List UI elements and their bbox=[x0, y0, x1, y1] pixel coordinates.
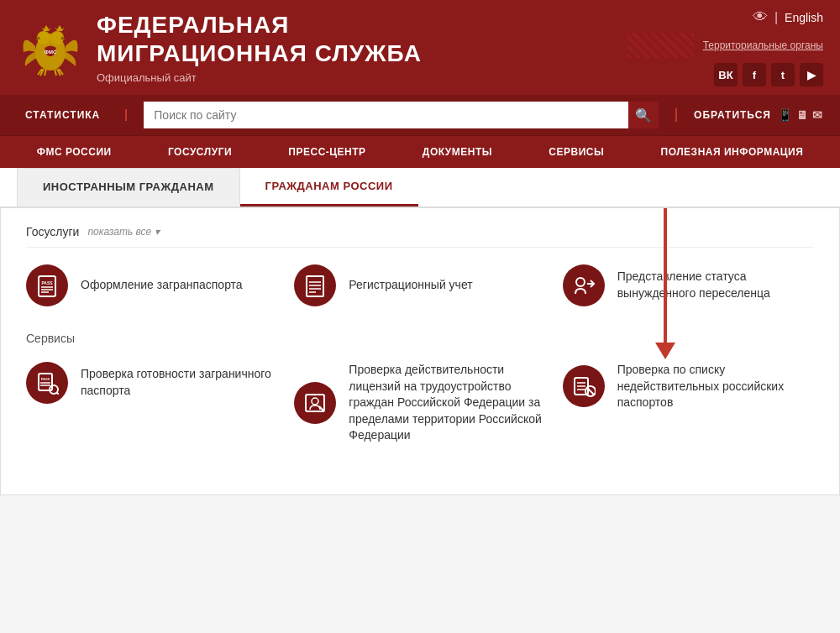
nav-item-services[interactable]: СЕРВИСЫ bbox=[536, 136, 617, 168]
territorial-organs-link[interactable]: Территориальные органы bbox=[703, 39, 823, 51]
service-item-registration[interactable]: Регистрационный учет bbox=[294, 264, 545, 306]
gosuslugi-items: PASS Оформление загранпаспорта Регист bbox=[26, 264, 814, 306]
nav-item-info[interactable]: ПОЛЕЗНАЯ ИНФОРМАЦИЯ bbox=[648, 136, 816, 168]
contact-icons: 📱 🖥 ✉ bbox=[778, 108, 823, 122]
tab-russian-citizens[interactable]: ГРАЖДАНАМ РОССИИ bbox=[240, 168, 418, 207]
header: ФМС ФЕДЕРАЛЬНАЯ МИГРАЦИОННАЯ СЛУЖБА Офиц… bbox=[0, 0, 840, 95]
svg-marker-5 bbox=[41, 25, 51, 31]
nav-item-documents[interactable]: ДОКУМЕНТЫ bbox=[410, 136, 505, 168]
search-wrapper: 🔍 bbox=[127, 102, 675, 128]
svg-text:PASS: PASS bbox=[41, 280, 53, 285]
service-text-registration: Регистрационный учет bbox=[349, 277, 472, 294]
search-button[interactable]: 🔍 bbox=[628, 102, 659, 128]
youtube-icon[interactable]: ▶ bbox=[800, 63, 823, 86]
tabs-section: ИНОСТРАННЫМ ГРАЖДАНАМ ГРАЖДАНАМ РОССИИ bbox=[0, 168, 840, 207]
service-text-passport-check: Проверка готовности заграничного паспорт… bbox=[81, 366, 277, 399]
invalid-passports-icon bbox=[563, 365, 605, 407]
vk-icon[interactable]: ВК bbox=[714, 63, 738, 86]
svg-point-27 bbox=[312, 398, 318, 405]
registration-icon bbox=[294, 264, 336, 306]
accessibility-icon[interactable]: 👁 bbox=[753, 8, 768, 26]
svg-rect-9 bbox=[39, 276, 55, 296]
header-right: 👁 | English Территориальные органы ВК f … bbox=[627, 8, 823, 86]
svg-rect-14 bbox=[307, 276, 323, 296]
language-english-link[interactable]: English bbox=[785, 11, 823, 24]
servisy-section-title: Сервисы bbox=[26, 332, 814, 345]
svg-line-25 bbox=[56, 392, 59, 395]
logo-eagle: ФМС bbox=[17, 14, 84, 81]
nav-bar: ФМС РОССИИ ГОСУСЛУГИ ПРЕСС-ЦЕНТР ДОКУМЕН… bbox=[0, 135, 840, 168]
service-item-invalid-passports[interactable]: Проверка по списку недействительных росс… bbox=[563, 362, 814, 411]
status-icon bbox=[563, 264, 605, 306]
svg-point-19 bbox=[576, 278, 585, 286]
email-icon: ✉ bbox=[812, 108, 823, 122]
main-content: Госуслуги показать все PASS Оформление з… bbox=[0, 207, 840, 495]
header-left: ФМС ФЕДЕРАЛЬНАЯ МИГРАЦИОННАЯ СЛУЖБА Офиц… bbox=[17, 11, 422, 83]
header-title-block: ФЕДЕРАЛЬНАЯ МИГРАЦИОННАЯ СЛУЖБА Официаль… bbox=[97, 11, 422, 83]
arrow-line bbox=[664, 208, 667, 343]
phone-icon: 📱 bbox=[778, 108, 793, 122]
service-text-license-check: Проверка действительности лицензий на тр… bbox=[349, 362, 545, 444]
service-text-status: Представление статуса вынужденного перес… bbox=[617, 269, 814, 301]
service-item-status[interactable]: Представление статуса вынужденного перес… bbox=[563, 264, 814, 306]
search-input[interactable] bbox=[144, 102, 628, 128]
service-item-passport-check[interactable]: PASS Проверка готовности заграничного па… bbox=[26, 362, 277, 404]
passport-check-icon: PASS bbox=[26, 362, 68, 404]
service-item-license-check[interactable]: ? Проверка действительности лицензий на … bbox=[294, 362, 545, 444]
lang-bar: 👁 | English bbox=[753, 8, 823, 26]
statistics-link[interactable]: СТАТИСТИКА bbox=[0, 109, 127, 121]
social-icons-bar: ВК f t ▶ bbox=[714, 63, 823, 86]
service-item-passport[interactable]: PASS Оформление загранпаспорта bbox=[26, 264, 277, 306]
service-text-invalid-passports: Проверка по списку недействительных росс… bbox=[617, 362, 814, 411]
service-text-passport: Оформление загранпаспорта bbox=[81, 277, 243, 294]
svg-text:ФМС: ФМС bbox=[45, 50, 57, 55]
nav-item-fms[interactable]: ФМС РОССИИ bbox=[24, 136, 124, 168]
servisy-items: PASS Проверка готовности заграничного па… bbox=[26, 362, 814, 444]
svg-marker-6 bbox=[55, 25, 65, 31]
passport-icon: PASS bbox=[26, 264, 68, 306]
license-check-icon: ? bbox=[294, 382, 336, 424]
contact-link[interactable]: ОБРАТИТЬСЯ 📱 🖥 ✉ bbox=[675, 108, 840, 122]
gosuslugi-title: Госуслуги bbox=[26, 225, 79, 238]
decorative-pattern bbox=[627, 33, 695, 58]
facebook-icon[interactable]: f bbox=[743, 63, 766, 86]
header-subtitle: Официальный сайт bbox=[97, 71, 422, 84]
svg-text:PASS: PASS bbox=[41, 377, 50, 381]
search-bar: СТАТИСТИКА 🔍 ОБРАТИТЬСЯ 📱 🖥 ✉ bbox=[0, 95, 840, 135]
twitter-icon[interactable]: t bbox=[771, 63, 795, 86]
nav-item-press[interactable]: ПРЕСС-ЦЕНТР bbox=[276, 136, 378, 168]
arrow-annotation bbox=[655, 208, 675, 359]
header-title: ФЕДЕРАЛЬНАЯ МИГРАЦИОННАЯ СЛУЖБА bbox=[97, 11, 422, 67]
tab-foreign-citizens[interactable]: ИНОСТРАННЫМ ГРАЖДАНАМ bbox=[17, 168, 240, 207]
show-all-link[interactable]: показать все bbox=[87, 226, 159, 238]
arrow-head bbox=[655, 343, 675, 359]
monitor-icon: 🖥 bbox=[796, 108, 809, 122]
nav-item-gosuslugi[interactable]: ГОСУСЛУГИ bbox=[155, 136, 244, 168]
gosuslugi-section-header: Госуслуги показать все bbox=[26, 225, 814, 248]
